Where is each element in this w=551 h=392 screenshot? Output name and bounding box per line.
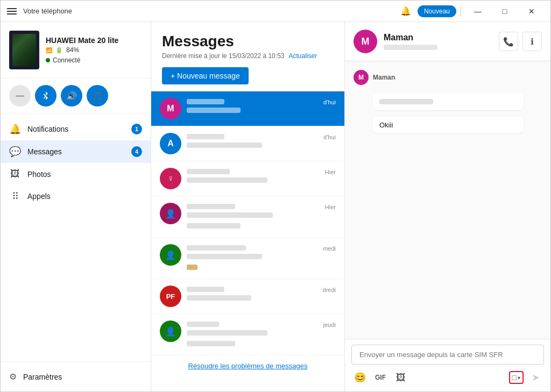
bluetooth-button[interactable] bbox=[35, 85, 56, 106]
chat-messages: M Maman Okiii bbox=[345, 61, 550, 339]
app-title: Votre téléphone bbox=[23, 7, 72, 15]
messages-panel: Messages Dernière mise à jour le 15/03/2… bbox=[151, 22, 345, 391]
sidebar-item-notifications[interactable]: 🔔 Notifications 1 bbox=[1, 118, 151, 140]
avatar-7: 👤 bbox=[160, 320, 181, 342]
bell-button[interactable]: 🔔 bbox=[396, 4, 415, 18]
maximize-button[interactable]: □ bbox=[492, 3, 517, 20]
gif-button[interactable]: GIF bbox=[372, 369, 389, 386]
conv-preview-3 bbox=[187, 177, 336, 184]
volume-button[interactable]: 🔊 bbox=[61, 85, 82, 106]
battery-icon: 🔋 bbox=[55, 47, 63, 54]
minimize-button[interactable]: — bbox=[465, 3, 490, 20]
chat-contact-number bbox=[384, 45, 437, 50]
settings-icon: ⚙ bbox=[9, 372, 17, 382]
device-name: HUAWEI Mate 20 lite bbox=[46, 36, 118, 45]
conv-header-2: d'hui bbox=[187, 133, 336, 141]
chat-panel: M Maman 📞 ℹ M Maman bbox=[345, 22, 550, 391]
main-content: HUAWEI Mate 20 lite 📶 🔋 84% Connecté — bbox=[1, 22, 550, 391]
device-card: HUAWEI Mate 20 lite 📶 🔋 84% Connecté bbox=[1, 22, 151, 79]
conversation-item-6[interactable]: PF dredi bbox=[151, 279, 344, 314]
new-message-button[interactable]: + Nouveau message bbox=[162, 67, 249, 84]
device-image-inner bbox=[12, 34, 36, 66]
messages-title: Messages bbox=[162, 33, 334, 50]
nav-items: 🔔 Notifications 1 💬 Messages 4 🖼 Photos … bbox=[1, 113, 151, 361]
conv-body-3: Hier bbox=[187, 168, 336, 184]
conv-name-blur-2 bbox=[187, 134, 224, 139]
send-button[interactable]: ➤ bbox=[527, 369, 544, 386]
emoji-button[interactable]: 😊 bbox=[351, 369, 369, 386]
messages-badge: 4 bbox=[131, 146, 142, 157]
actualiser-link[interactable]: Actualiser bbox=[288, 52, 317, 60]
conv-time-5: medi bbox=[323, 245, 336, 252]
conv-name-blur-4 bbox=[187, 204, 235, 209]
hamburger-menu[interactable] bbox=[7, 8, 17, 15]
notifications-icon: 🔔 bbox=[9, 123, 21, 135]
conv-header-4: Hier bbox=[187, 203, 336, 211]
avatar-5: 👤 bbox=[160, 244, 181, 266]
sidebar-item-photos[interactable]: 🖼 Photos bbox=[1, 163, 151, 185]
info-button[interactable]: ℹ bbox=[522, 32, 542, 51]
avatar-4: 👤 bbox=[160, 203, 181, 224]
conv-name-blur-6 bbox=[187, 287, 224, 292]
music-button[interactable]: 🎵 bbox=[87, 85, 108, 106]
conversation-item-2[interactable]: A d'hui bbox=[151, 126, 344, 161]
resolve-link[interactable]: Résoudre les problèmes de messages bbox=[151, 355, 344, 376]
conv-prev-blur-6 bbox=[187, 295, 251, 301]
mute-button[interactable]: — bbox=[9, 85, 31, 106]
conversation-item-5[interactable]: 👤 medi bbox=[151, 238, 344, 279]
avatar-2: A bbox=[160, 133, 181, 154]
sidebar-item-appels[interactable]: ⠿ Appels bbox=[1, 185, 151, 208]
conv-time-3: Hier bbox=[325, 169, 336, 175]
msg-sender-name: Maman bbox=[373, 74, 395, 81]
conv-preview-6 bbox=[187, 295, 336, 302]
conv-prev-blur-7a bbox=[187, 330, 267, 336]
conversation-item-1[interactable]: M d'hui bbox=[151, 91, 344, 126]
sidebar: HUAWEI Mate 20 lite 📶 🔋 84% Connecté — bbox=[1, 22, 151, 391]
chat-toolbar: 😊 GIF 🖼 □ ▾ ➤ bbox=[351, 369, 544, 386]
conv-name-5 bbox=[187, 244, 246, 252]
conv-name-6 bbox=[187, 286, 224, 294]
chat-input[interactable] bbox=[351, 345, 544, 365]
appels-icon: ⠿ bbox=[9, 190, 21, 202]
conv-prev-blur-2 bbox=[187, 142, 262, 148]
conv-header-5: medi bbox=[187, 244, 336, 252]
msg-bubble-blurred bbox=[373, 94, 524, 110]
settings-label: Paramètres bbox=[23, 373, 62, 381]
title-bar-right: 🔔 Nouveau — □ ✕ bbox=[396, 3, 544, 20]
conv-name-1 bbox=[187, 98, 224, 106]
conv-body-2: d'hui bbox=[187, 133, 336, 149]
conv-prev-blur-5a bbox=[187, 254, 262, 259]
conv-preview-5 bbox=[187, 253, 336, 261]
call-button[interactable]: 📞 bbox=[499, 32, 518, 51]
sim-chevron: ▾ bbox=[518, 375, 520, 381]
conv-name-4 bbox=[187, 203, 235, 211]
conv-header-6: dredi bbox=[187, 286, 336, 294]
sim-selector[interactable]: □ ▾ bbox=[509, 371, 524, 384]
conversation-list: M d'hui A bbox=[151, 91, 344, 391]
sidebar-footer: ⚙ Paramètres bbox=[1, 361, 151, 391]
nouveau-title-button[interactable]: Nouveau bbox=[418, 5, 456, 17]
chat-contact-name: Maman bbox=[384, 33, 492, 42]
conversation-item-4[interactable]: 👤 Hier bbox=[151, 196, 344, 238]
notifications-badge: 1 bbox=[131, 124, 142, 134]
connected-label: Connecté bbox=[53, 56, 80, 64]
device-status-row: 📶 🔋 84% bbox=[46, 46, 118, 54]
conv-time-1: d'hui bbox=[323, 99, 336, 105]
chat-contact-info: Maman bbox=[384, 33, 492, 50]
conv-time-7: jeudi bbox=[323, 322, 336, 328]
conv-preview-2 bbox=[187, 142, 336, 149]
close-button[interactable]: ✕ bbox=[519, 3, 544, 20]
msg-bubble-okiii: Okiii bbox=[373, 117, 524, 133]
conversation-item-3[interactable]: ♀ Hier bbox=[151, 161, 344, 196]
conv-time-6: dredi bbox=[323, 287, 336, 293]
conv-header-3: Hier bbox=[187, 168, 336, 176]
image-button[interactable]: 🖼 bbox=[392, 369, 409, 386]
app-window: Votre téléphone 🔔 Nouveau — □ ✕ HUAWEI M… bbox=[0, 0, 551, 392]
chat-header-actions: 📞 ℹ bbox=[499, 32, 542, 51]
title-bar: Votre téléphone 🔔 Nouveau — □ ✕ bbox=[1, 1, 550, 22]
connected-dot bbox=[46, 58, 50, 62]
settings-item[interactable]: ⚙ Paramètres bbox=[9, 368, 142, 385]
conv-name-blur-3 bbox=[187, 169, 230, 174]
sidebar-item-messages[interactable]: 💬 Messages 4 bbox=[1, 140, 151, 163]
conversation-item-7[interactable]: 👤 jeudi bbox=[151, 314, 344, 355]
